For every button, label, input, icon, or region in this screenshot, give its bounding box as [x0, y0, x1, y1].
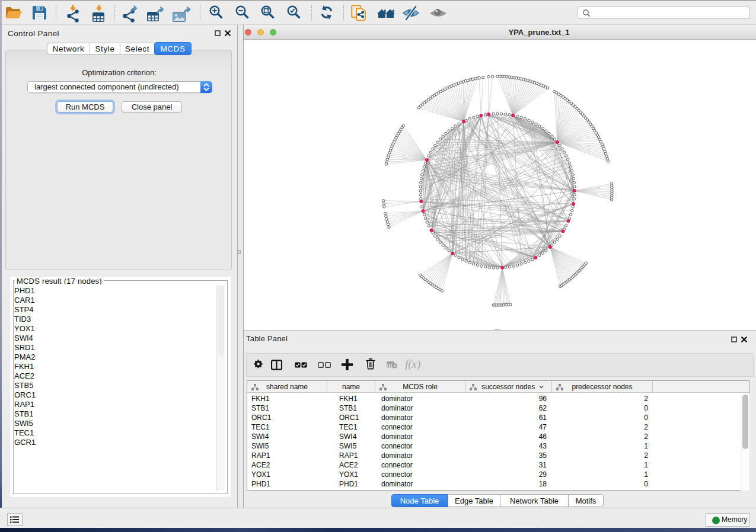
svg-text:f(x): f(x) [405, 358, 420, 371]
